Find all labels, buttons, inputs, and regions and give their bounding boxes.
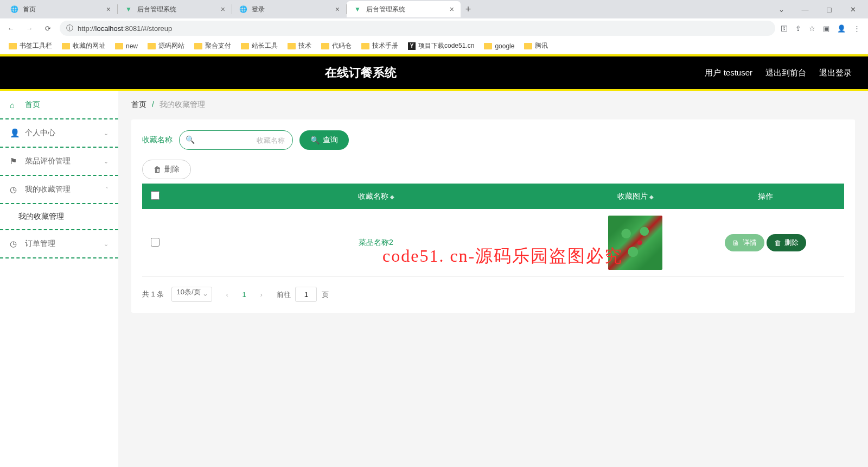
sidebar-item-label: 我的收藏管理 [25,185,71,194]
folder-icon [194,43,202,49]
address-bar: ← → ⟳ ⓘ http://localhost:8081/#/storeup … [0,18,868,38]
url-text: http://localhost:8081/#/storeup [78,24,172,33]
bookmark-2[interactable]: new [112,41,141,52]
search-icon: 🔍 [186,135,195,144]
maximize-icon[interactable]: ◻ [817,1,841,17]
prev-page-icon[interactable]: ‹ [220,287,235,302]
bookmark-0[interactable]: 书签工具栏 [5,40,55,52]
select-all-checkbox[interactable] [151,191,159,200]
query-button[interactable]: 🔍 查询 [299,130,349,150]
tab-strip: 🌐 首页 × ▼ 后台管理系统 × 🌐 登录 × ▼ 后台管理系统 × + ⌄ … [0,0,868,18]
folder-icon [524,43,532,49]
bookmark-6[interactable]: 技术 [284,40,315,52]
sort-icon: ◆ [390,194,394,200]
info-icon: ⓘ [66,23,73,33]
browser-tab-3[interactable]: ▼ 后台管理系统 × [347,1,461,17]
chevron-down-icon: ⌄ [104,158,108,165]
page-number[interactable]: 1 [242,291,246,299]
close-window-icon[interactable]: ✕ [841,1,865,17]
detail-button[interactable]: 🗎 详情 [725,234,764,251]
forward-icon[interactable]: → [23,22,36,35]
row-delete-button[interactable]: 🗑 删除 [767,234,806,251]
browser-tab-2[interactable]: 🌐 登录 × [232,1,346,17]
app-header: 在线订餐系统 用户 testuser 退出到前台 退出登录 [0,56,868,89]
breadcrumb-separator: / [152,100,154,109]
close-icon[interactable]: × [335,5,340,14]
col-image[interactable]: 收藏图片◆ [584,184,687,209]
bookmarks-bar: 书签工具栏 收藏的网址 new 源码网站 聚合支付 站长工具 技术 代码仓 技术… [0,38,868,54]
sidebar-item-label: 菜品评价管理 [25,156,71,166]
minimize-icon[interactable]: — [793,1,817,17]
user-label[interactable]: 用户 testuser [705,68,752,78]
sidebar-item-profile[interactable]: 👤 个人中心 ⌄ [0,119,118,148]
close-icon[interactable]: × [106,5,111,14]
sidebar-item-home[interactable]: ⌂ 首页 [0,91,118,119]
address-actions: ⚿ ⇪ ☆ ▣ 👤 ⋮ [781,24,864,33]
toolbar: 🗑 删除 [142,160,844,179]
user-icon: 👤 [10,128,20,138]
browser-tab-0[interactable]: 🌐 首页 × [3,1,117,17]
search-input[interactable] [179,130,293,150]
jump-input[interactable] [295,287,317,302]
tab-label: 后台管理系统 [137,5,176,14]
bookmark-3[interactable]: 源码网站 [144,40,188,52]
folder-icon [484,43,492,49]
url-input[interactable]: ⓘ http://localhost:8081/#/storeup [60,21,775,36]
close-icon[interactable]: × [450,5,454,14]
dropdown-icon[interactable]: ⌄ [769,1,793,17]
close-icon[interactable]: × [221,5,225,14]
breadcrumb-current: 我的收藏管理 [159,100,205,109]
chevron-down-icon: ⌄ [104,130,108,137]
bookmark-10[interactable]: google [481,41,518,52]
sidebar-subitem-favorites[interactable]: 我的收藏管理 [0,204,118,230]
food-image [608,216,662,270]
bookmark-11[interactable]: 腾讯 [521,40,551,52]
bookmark-8[interactable]: 技术手册 [358,40,401,52]
main-content: 首页 / 我的收藏管理 收藏名称 🔍 🔍 查询 🗑 删除 [118,91,868,467]
table-row: 菜品名称2 🗎 详情 🗑 删除 [142,209,844,277]
window-controls: ⌄ — ◻ ✕ [769,1,865,17]
flag-icon: ⚑ [10,156,20,166]
back-icon[interactable]: ← [4,22,17,35]
app-body: ⌂ 首页 👤 个人中心 ⌄ ⚑ 菜品评价管理 ⌄ ◷ 我的收藏管理 ˄ 我的收藏… [0,91,868,467]
sidebar-item-reviews[interactable]: ⚑ 菜品评价管理 ⌄ [0,148,118,176]
extensions-icon[interactable]: ▣ [823,24,829,33]
search-icon: 🔍 [310,136,320,144]
breadcrumb-home[interactable]: 首页 [131,100,146,109]
profile-icon[interactable]: 👤 [837,24,846,33]
folder-icon [288,43,296,49]
folder-icon [241,43,249,49]
sidebar-item-favorites[interactable]: ◷ 我的收藏管理 ˄ [0,176,118,204]
row-checkbox[interactable] [151,238,159,247]
star-icon[interactable]: ☆ [809,24,815,33]
sidebar-subitem-label: 我的收藏管理 [18,212,64,222]
new-tab-button[interactable]: + [461,4,476,15]
app-title: 在线订餐系统 [16,65,705,81]
reload-icon[interactable]: ⟳ [41,22,54,35]
page-size-select[interactable]: 10条/页 [171,287,212,302]
key-icon[interactable]: ⚿ [781,24,788,33]
clock-icon: ◷ [10,239,20,249]
to-frontend-link[interactable]: 退出到前台 [765,68,806,78]
delete-button[interactable]: 🗑 删除 [142,160,191,179]
browser-tab-1[interactable]: ▼ 后台管理系统 × [118,1,232,17]
bookmark-5[interactable]: 站长工具 [238,40,281,52]
button-label: 查询 [323,135,338,145]
cell-name[interactable]: 菜品名称2 [168,209,584,277]
share-icon[interactable]: ⇪ [795,24,801,33]
bookmark-9[interactable]: Y项目下载code51.cn [405,40,477,52]
button-label: 删除 [784,238,799,248]
next-page-icon[interactable]: › [254,287,269,302]
clock-icon: ◷ [10,185,20,194]
bookmark-1[interactable]: 收藏的网址 [59,40,108,52]
sidebar-item-orders[interactable]: ◷ 订单管理 ⌄ [0,230,118,258]
trash-icon: 🗑 [774,239,781,247]
menu-icon[interactable]: ⋮ [853,24,860,33]
logout-link[interactable]: 退出登录 [819,68,852,78]
folder-icon [115,43,123,49]
folder-icon [361,43,369,49]
col-name[interactable]: 收藏名称◆ [168,184,584,209]
bookmark-7[interactable]: 代码仓 [318,40,355,52]
bookmark-4[interactable]: 聚合支付 [191,40,234,52]
jump-suffix: 页 [322,291,329,299]
